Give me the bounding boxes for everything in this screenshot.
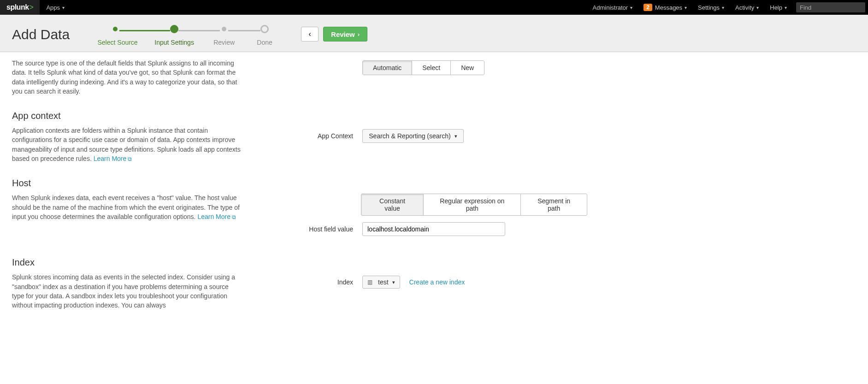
step-line [228, 30, 247, 31]
settings-menu[interactable]: Settings▾ [692, 0, 730, 15]
step-dot-icon [113, 27, 118, 31]
help-menu[interactable]: Help▾ [764, 0, 792, 15]
section-host: Host When Splunk indexes data, each even… [12, 178, 587, 242]
sourcetype-automatic-button[interactable]: Automatic [362, 60, 412, 75]
appcontext-learn-more-link[interactable]: Learn More⧉ [94, 155, 132, 162]
section-sourcetype: The source type is one of the default fi… [12, 59, 587, 96]
sourcetype-mode-group: Automatic Select New [362, 60, 484, 75]
database-icon: ▥ [367, 279, 372, 285]
appcontext-field-label: App Context [289, 132, 353, 140]
step-label: Done [257, 39, 272, 46]
step-dot-icon [222, 27, 226, 31]
host-segment-button[interactable]: Segment in path [520, 194, 587, 216]
chevron-down-icon: ▾ [392, 279, 395, 285]
step-line [247, 30, 260, 31]
chevron-down-icon: ▾ [785, 5, 787, 10]
help-label: Help [770, 4, 782, 11]
step-review: Review [201, 25, 247, 46]
activity-menu[interactable]: Activity▾ [730, 0, 764, 15]
host-description: When Splunk indexes data, each event rec… [12, 193, 242, 221]
host-title: Host [12, 178, 242, 189]
find-input[interactable] [796, 2, 865, 12]
review-button-label: Review [331, 30, 355, 38]
logo-text: splunk [6, 3, 29, 12]
chevron-down-icon: ▾ [62, 5, 65, 10]
step-line [147, 30, 170, 31]
main-content: The source type is one of the default fi… [0, 52, 599, 343]
messages-badge: 2 [644, 4, 652, 11]
step-dot-icon [260, 25, 269, 33]
administrator-menu[interactable]: Administrator▾ [587, 0, 638, 15]
logo[interactable]: splunk> [0, 0, 40, 15]
index-title: Index [12, 257, 242, 268]
sourcetype-select-button[interactable]: Select [412, 60, 451, 75]
chevron-down-icon: ▾ [756, 5, 759, 10]
step-dot-icon [170, 25, 178, 33]
learn-more-label: Learn More [94, 155, 127, 162]
host-regex-button[interactable]: Regular expression on path [423, 194, 521, 216]
step-label: Review [213, 39, 235, 46]
page-title: Add Data [12, 22, 70, 42]
wizard-actions: ‹ Review › [301, 22, 367, 41]
chevron-left-icon: ‹ [308, 30, 311, 38]
appcontext-description: Application contexts are folders within … [12, 126, 242, 163]
step-label: Select Source [98, 39, 138, 46]
section-appcontext: App context Application contexts are fol… [12, 111, 587, 163]
host-mode-group: Constant value Regular expression on pat… [361, 194, 587, 216]
step-select-source[interactable]: Select Source [88, 25, 147, 46]
messages-label: Messages [655, 4, 682, 11]
sourcetype-description: The source type is one of the default fi… [12, 59, 242, 96]
chevron-down-icon: ▾ [455, 133, 457, 139]
wizard-header: Add Data Select Source Input Settings [0, 15, 868, 52]
sourcetype-new-button[interactable]: New [450, 60, 484, 75]
external-link-icon: ⧉ [128, 156, 132, 162]
index-dropdown[interactable]: ▥ test ▾ [362, 276, 400, 289]
settings-label: Settings [698, 4, 720, 11]
index-description: Splunk stores incoming data as events in… [12, 272, 242, 310]
apps-label: Apps [46, 4, 60, 11]
step-line [201, 30, 220, 31]
admin-label: Administrator [593, 4, 628, 11]
index-field-label: Index [289, 278, 353, 286]
apps-menu[interactable]: Apps ▾ [40, 0, 71, 15]
appcontext-dropdown[interactable]: Search & Reporting (search) ▾ [362, 129, 464, 143]
learn-more-label: Learn More [197, 213, 230, 220]
host-learn-more-link[interactable]: Learn More⧉ [197, 213, 236, 220]
create-new-index-link[interactable]: Create a new index [409, 278, 465, 286]
messages-menu[interactable]: 2 Messages▾ [638, 0, 692, 15]
activity-label: Activity [735, 4, 754, 11]
chevron-right-icon: › [358, 31, 360, 38]
chevron-down-icon: ▾ [722, 5, 724, 10]
host-field-input[interactable] [362, 222, 505, 236]
topbar: splunk> Apps ▾ Administrator▾ 2 Messages… [0, 0, 868, 15]
back-button[interactable]: ‹ [301, 27, 319, 41]
appcontext-value: Search & Reporting (search) [369, 132, 450, 140]
section-index: Index Splunk stores incoming data as eve… [12, 257, 587, 310]
wizard-stepper: Select Source Input Settings Review [88, 22, 283, 46]
chevron-down-icon: ▾ [685, 5, 687, 10]
step-line [178, 30, 201, 31]
host-field-label: Host field value [289, 225, 353, 233]
step-input-settings[interactable]: Input Settings [147, 25, 201, 46]
external-link-icon: ⧉ [232, 214, 236, 220]
chevron-down-icon: ▾ [630, 5, 632, 10]
step-done: Done [247, 25, 283, 46]
review-button[interactable]: Review › [323, 27, 367, 41]
index-value: test [378, 278, 389, 286]
step-label: Input Settings [154, 39, 194, 46]
logo-caret-icon: > [30, 3, 34, 12]
host-constant-button[interactable]: Constant value [361, 194, 424, 216]
step-line [119, 30, 147, 31]
appcontext-title: App context [12, 111, 242, 121]
